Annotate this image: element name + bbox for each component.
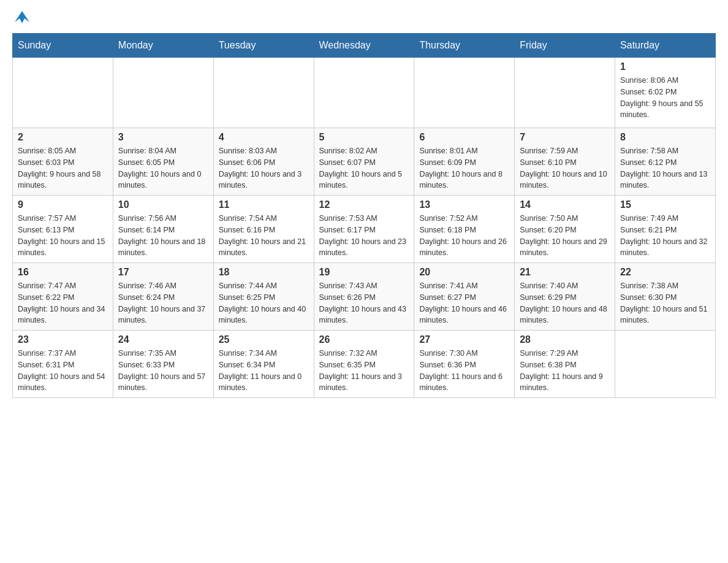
calendar-cell: 6Sunrise: 8:01 AM Sunset: 6:09 PM Daylig… xyxy=(414,128,515,196)
calendar-cell xyxy=(615,331,716,398)
day-info: Sunrise: 7:47 AM Sunset: 6:22 PM Dayligh… xyxy=(18,280,108,326)
day-info: Sunrise: 7:41 AM Sunset: 6:27 PM Dayligh… xyxy=(419,280,509,326)
day-number: 18 xyxy=(219,267,309,278)
calendar-cell: 25Sunrise: 7:34 AM Sunset: 6:34 PM Dayli… xyxy=(213,331,314,398)
calendar-week-4: 16Sunrise: 7:47 AM Sunset: 6:22 PM Dayli… xyxy=(13,263,716,331)
calendar-cell: 1Sunrise: 8:06 AM Sunset: 6:02 PM Daylig… xyxy=(615,58,716,128)
day-info: Sunrise: 7:50 AM Sunset: 6:20 PM Dayligh… xyxy=(520,213,610,259)
day-number: 7 xyxy=(520,132,610,143)
day-info: Sunrise: 7:57 AM Sunset: 6:13 PM Dayligh… xyxy=(18,213,108,259)
calendar-cell: 3Sunrise: 8:04 AM Sunset: 6:05 PM Daylig… xyxy=(113,128,213,196)
day-info: Sunrise: 7:32 AM Sunset: 6:35 PM Dayligh… xyxy=(319,348,409,394)
calendar-cell: 13Sunrise: 7:52 AM Sunset: 6:18 PM Dayli… xyxy=(414,196,515,263)
calendar-week-5: 23Sunrise: 7:37 AM Sunset: 6:31 PM Dayli… xyxy=(13,331,716,398)
weekday-header-row: SundayMondayTuesdayWednesdayThursdayFrid… xyxy=(13,34,716,58)
calendar-week-3: 9Sunrise: 7:57 AM Sunset: 6:13 PM Daylig… xyxy=(13,196,716,263)
calendar-cell: 24Sunrise: 7:35 AM Sunset: 6:33 PM Dayli… xyxy=(113,331,213,398)
calendar-cell: 26Sunrise: 7:32 AM Sunset: 6:35 PM Dayli… xyxy=(314,331,414,398)
day-number: 26 xyxy=(319,334,409,345)
day-number: 1 xyxy=(620,61,710,72)
calendar-week-2: 2Sunrise: 8:05 AM Sunset: 6:03 PM Daylig… xyxy=(13,128,716,196)
day-number: 5 xyxy=(319,132,409,143)
calendar-cell: 12Sunrise: 7:53 AM Sunset: 6:17 PM Dayli… xyxy=(314,196,414,263)
calendar-cell: 7Sunrise: 7:59 AM Sunset: 6:10 PM Daylig… xyxy=(515,128,615,196)
day-info: Sunrise: 7:53 AM Sunset: 6:17 PM Dayligh… xyxy=(319,213,409,259)
day-info: Sunrise: 7:52 AM Sunset: 6:18 PM Dayligh… xyxy=(419,213,509,259)
day-number: 9 xyxy=(18,199,108,210)
day-info: Sunrise: 7:43 AM Sunset: 6:26 PM Dayligh… xyxy=(319,280,409,326)
weekday-header-friday: Friday xyxy=(515,34,615,58)
day-info: Sunrise: 8:02 AM Sunset: 6:07 PM Dayligh… xyxy=(319,145,409,191)
day-number: 11 xyxy=(219,199,309,210)
calendar-cell: 23Sunrise: 7:37 AM Sunset: 6:31 PM Dayli… xyxy=(13,331,113,398)
svg-marker-0 xyxy=(15,11,29,23)
calendar-cell xyxy=(213,58,314,128)
calendar-table: SundayMondayTuesdayWednesdayThursdayFrid… xyxy=(12,33,716,398)
day-info: Sunrise: 7:30 AM Sunset: 6:36 PM Dayligh… xyxy=(419,348,509,394)
weekday-header-thursday: Thursday xyxy=(414,34,515,58)
day-info: Sunrise: 7:37 AM Sunset: 6:31 PM Dayligh… xyxy=(18,348,108,394)
day-number: 25 xyxy=(219,334,309,345)
day-number: 19 xyxy=(319,267,409,278)
calendar-cell: 15Sunrise: 7:49 AM Sunset: 6:21 PM Dayli… xyxy=(615,196,716,263)
logo-bird-icon xyxy=(13,10,31,27)
calendar-cell: 11Sunrise: 7:54 AM Sunset: 6:16 PM Dayli… xyxy=(213,196,314,263)
calendar-cell: 18Sunrise: 7:44 AM Sunset: 6:25 PM Dayli… xyxy=(213,263,314,331)
weekday-header-wednesday: Wednesday xyxy=(314,34,414,58)
day-info: Sunrise: 7:46 AM Sunset: 6:24 PM Dayligh… xyxy=(118,280,208,326)
day-info: Sunrise: 7:58 AM Sunset: 6:12 PM Dayligh… xyxy=(620,145,710,191)
weekday-header-tuesday: Tuesday xyxy=(213,34,314,58)
logo xyxy=(12,12,31,27)
calendar-cell: 17Sunrise: 7:46 AM Sunset: 6:24 PM Dayli… xyxy=(113,263,213,331)
day-number: 14 xyxy=(520,199,610,210)
day-number: 16 xyxy=(18,267,108,278)
calendar-cell xyxy=(314,58,414,128)
day-info: Sunrise: 7:29 AM Sunset: 6:38 PM Dayligh… xyxy=(520,348,610,394)
calendar-cell: 9Sunrise: 7:57 AM Sunset: 6:13 PM Daylig… xyxy=(13,196,113,263)
weekday-header-sunday: Sunday xyxy=(13,34,113,58)
page-header xyxy=(12,12,716,27)
calendar-cell: 22Sunrise: 7:38 AM Sunset: 6:30 PM Dayli… xyxy=(615,263,716,331)
day-number: 24 xyxy=(118,334,208,345)
calendar-cell: 5Sunrise: 8:02 AM Sunset: 6:07 PM Daylig… xyxy=(314,128,414,196)
day-number: 27 xyxy=(419,334,509,345)
calendar-cell xyxy=(515,58,615,128)
day-info: Sunrise: 7:44 AM Sunset: 6:25 PM Dayligh… xyxy=(219,280,309,326)
day-number: 4 xyxy=(219,132,309,143)
day-number: 10 xyxy=(118,199,208,210)
day-info: Sunrise: 8:06 AM Sunset: 6:02 PM Dayligh… xyxy=(620,75,710,121)
calendar-cell: 19Sunrise: 7:43 AM Sunset: 6:26 PM Dayli… xyxy=(314,263,414,331)
day-info: Sunrise: 7:34 AM Sunset: 6:34 PM Dayligh… xyxy=(219,348,309,394)
calendar-cell: 8Sunrise: 7:58 AM Sunset: 6:12 PM Daylig… xyxy=(615,128,716,196)
day-info: Sunrise: 8:05 AM Sunset: 6:03 PM Dayligh… xyxy=(18,145,108,191)
weekday-header-monday: Monday xyxy=(113,34,213,58)
calendar-cell: 27Sunrise: 7:30 AM Sunset: 6:36 PM Dayli… xyxy=(414,331,515,398)
day-number: 28 xyxy=(520,334,610,345)
day-info: Sunrise: 7:35 AM Sunset: 6:33 PM Dayligh… xyxy=(118,348,208,394)
calendar-cell: 4Sunrise: 8:03 AM Sunset: 6:06 PM Daylig… xyxy=(213,128,314,196)
day-number: 6 xyxy=(419,132,509,143)
day-info: Sunrise: 8:04 AM Sunset: 6:05 PM Dayligh… xyxy=(118,145,208,191)
day-number: 23 xyxy=(18,334,108,345)
day-info: Sunrise: 7:40 AM Sunset: 6:29 PM Dayligh… xyxy=(520,280,610,326)
calendar-cell: 10Sunrise: 7:56 AM Sunset: 6:14 PM Dayli… xyxy=(113,196,213,263)
day-number: 15 xyxy=(620,199,710,210)
weekday-header-saturday: Saturday xyxy=(615,34,716,58)
day-number: 13 xyxy=(419,199,509,210)
day-number: 8 xyxy=(620,132,710,143)
calendar-cell xyxy=(113,58,213,128)
day-number: 2 xyxy=(18,132,108,143)
day-number: 20 xyxy=(419,267,509,278)
day-number: 21 xyxy=(520,267,610,278)
day-number: 3 xyxy=(118,132,208,143)
day-info: Sunrise: 7:54 AM Sunset: 6:16 PM Dayligh… xyxy=(219,213,309,259)
day-info: Sunrise: 7:49 AM Sunset: 6:21 PM Dayligh… xyxy=(620,213,710,259)
calendar-week-1: 1Sunrise: 8:06 AM Sunset: 6:02 PM Daylig… xyxy=(13,58,716,128)
day-number: 22 xyxy=(620,267,710,278)
day-info: Sunrise: 8:03 AM Sunset: 6:06 PM Dayligh… xyxy=(219,145,309,191)
calendar-cell: 28Sunrise: 7:29 AM Sunset: 6:38 PM Dayli… xyxy=(515,331,615,398)
day-number: 17 xyxy=(118,267,208,278)
calendar-cell: 20Sunrise: 7:41 AM Sunset: 6:27 PM Dayli… xyxy=(414,263,515,331)
day-info: Sunrise: 7:56 AM Sunset: 6:14 PM Dayligh… xyxy=(118,213,208,259)
calendar-cell xyxy=(414,58,515,128)
